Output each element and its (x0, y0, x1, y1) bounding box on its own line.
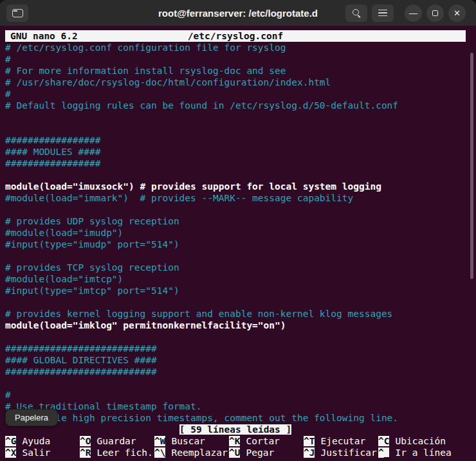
shortcut-key: ^\ (154, 447, 165, 458)
scrollbar-thumb[interactable] (470, 53, 473, 279)
editor-line: # Default logging rules can be found in … (5, 100, 476, 111)
shortcut-label: Ubicación (389, 436, 446, 446)
nano-titlebar: GNU nano 6.2 /etc/rsyslog.conf (5, 30, 466, 42)
shortcut-item[interactable]: ^WBuscar (154, 435, 229, 447)
shortcut-label: Buscar (165, 436, 205, 446)
editor-line (5, 331, 476, 343)
editor-line (5, 204, 476, 215)
shortcut-key: ^U (229, 447, 240, 458)
editor-line: # /etc/rsyslog.conf configuration file f… (5, 42, 476, 53)
editor-line: ########################### (5, 366, 476, 377)
nano-filename: /etc/rsyslog.conf (5, 30, 466, 42)
editor-line: ################# (5, 134, 476, 146)
search-button[interactable] (345, 5, 367, 22)
shortcut-key: ^G (5, 436, 16, 446)
shortcut-item[interactable]: ^UPegar (229, 447, 304, 458)
editor-line: #input(type="imudp" port="514") (5, 239, 476, 250)
shortcut-key: ^K (229, 436, 240, 446)
shortcut-item[interactable]: ^TEjecutar (304, 435, 378, 447)
shortcut-label: Ir a línea (389, 447, 451, 458)
shortcut-item[interactable]: ^_Ir a línea (378, 447, 453, 458)
editor-line (5, 296, 476, 308)
editor-line: # (5, 389, 476, 401)
search-icon (352, 8, 362, 18)
shortcut-key: ^_ (378, 447, 389, 458)
shortcut-key: ^W (154, 436, 165, 446)
nano-statusline: [ 59 líneas leídas ] (5, 424, 466, 435)
scrollbar[interactable] (469, 53, 475, 457)
editor-line: module(load="imklog" permitnonkernelfaci… (5, 320, 476, 331)
editor-line: # To enable high precision timestamps, c… (5, 412, 476, 424)
shortcut-label: Reemplazar (165, 447, 227, 458)
editor-line: #module(load="imtcp") (5, 273, 476, 285)
editor-line (5, 169, 476, 181)
shortcut-item[interactable]: ^CUbicación (378, 435, 453, 447)
shortcut-label: Pegar (240, 447, 274, 458)
editor-line (5, 250, 476, 262)
editor-line: # (5, 53, 476, 65)
maximize-button[interactable] (426, 5, 444, 22)
shortcut-item[interactable]: ^JJustificar (304, 447, 378, 458)
terminal-screen[interactable]: GNU nano 6.2 /etc/rsyslog.conf # /etc/rs… (0, 26, 476, 461)
status-message: [ 59 líneas leídas ] (179, 424, 292, 435)
shortcut-key: ^X (5, 447, 16, 458)
shortcut-key: ^O (80, 436, 91, 446)
minimize-button[interactable]: — (405, 5, 422, 22)
menu-button[interactable] (372, 5, 394, 22)
editor-line: #module(load="immark") # provides --MARK… (5, 192, 476, 204)
new-tab-button[interactable] (6, 5, 28, 22)
maximize-icon (432, 10, 438, 16)
titlebar-actions: — ✕ (345, 5, 466, 22)
editor-line: #input(type="imtcp" port="514") (5, 285, 476, 296)
shortcut-label: Salir (16, 447, 50, 458)
close-button[interactable]: ✕ (448, 5, 466, 22)
titlebar[interactable]: root@ferranserver: /etc/logrotate.d — ✕ (0, 0, 476, 26)
shortcut-label: Leer fich. (91, 447, 152, 458)
editor-line: # provides UDP syslog reception (5, 215, 476, 227)
editor-line (5, 123, 476, 134)
editor-line: #### GLOBAL DIRECTIVES #### (5, 354, 476, 366)
editor-line: # (5, 88, 476, 100)
editor-line: # provides TCP syslog reception (5, 262, 476, 273)
shortcut-label: Cortar (240, 436, 279, 446)
shortcut-label: Ejecutar (315, 436, 365, 446)
editor-line: #### MODULES #### (5, 146, 476, 158)
editor-line: ################# (5, 158, 476, 169)
shortcut-label: Ayuda (16, 436, 50, 446)
editor-lines: # /etc/rsyslog.conf configuration file f… (5, 42, 476, 424)
shortcut-key: ^J (304, 447, 315, 458)
editor-line (5, 111, 476, 123)
editor-line: # For more information install rsyslog-d… (5, 65, 476, 77)
hamburger-icon (378, 10, 387, 17)
shortcut-item[interactable]: ^KCortar (229, 435, 304, 447)
editor-line: module(load="imuxsock") # provides suppo… (5, 181, 476, 192)
shortcut-item[interactable]: ^OGuardar (80, 435, 154, 447)
shortcut-label: Justificar (315, 447, 376, 458)
trash-tooltip: Papelera (5, 409, 58, 426)
shortcut-label: Guardar (91, 436, 136, 446)
shortcut-item[interactable]: ^XSalir (5, 447, 80, 458)
editor-line: ########################### (5, 343, 476, 354)
shortcut-key: ^T (304, 436, 315, 446)
editor-line: #module(load="imudp") (5, 227, 476, 239)
shortcut-key: ^R (80, 447, 91, 458)
terminal-window: root@ferranserver: /etc/logrotate.d — ✕ … (0, 0, 476, 461)
editor-line (5, 377, 476, 389)
editor-line: # /usr/share/doc/rsyslog-doc/html/config… (5, 77, 476, 88)
shortcut-row-1: ^GAyuda^OGuardar^WBuscar^KCortar^TEjecut… (5, 435, 476, 447)
shortcut-item[interactable]: ^GAyuda (5, 435, 80, 447)
shortcut-row-2: ^XSalir^RLeer fich.^\Reemplazar^UPegar^J… (5, 447, 476, 458)
shortcut-item[interactable]: ^\Reemplazar (154, 447, 229, 458)
shortcut-item[interactable]: ^RLeer fich. (80, 447, 154, 458)
new-tab-icon (12, 9, 23, 17)
editor-line: # provides kernel logging support and en… (5, 308, 476, 320)
editor-line: # Use traditional timestamp format. (5, 401, 476, 412)
shortcut-key: ^C (378, 436, 389, 446)
